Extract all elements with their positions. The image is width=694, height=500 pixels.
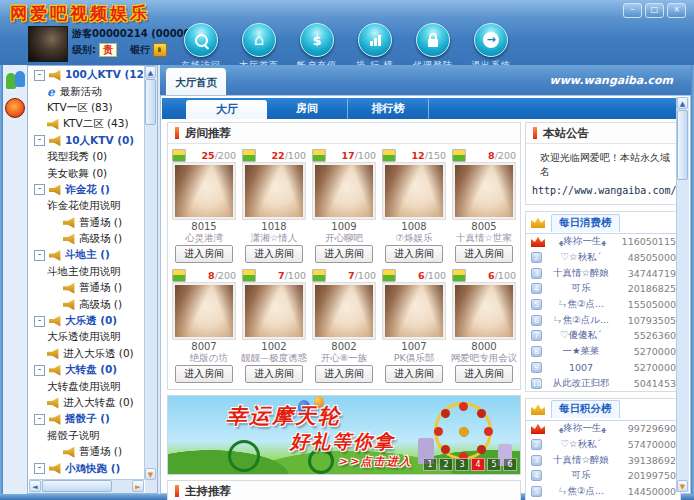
room-card[interactable]: 12/1501008⑦烁娱乐进入房间: [380, 148, 448, 263]
enter-room-button[interactable]: 进入房间: [245, 245, 303, 263]
sidebar-scroll-thumb[interactable]: [145, 79, 156, 125]
tree-expander-icon[interactable]: -: [34, 414, 45, 425]
room-card[interactable]: 6/1001007PK俱乐部进入房间: [380, 268, 448, 383]
tree-expander-icon[interactable]: -: [34, 463, 45, 474]
nav-tab-2[interactable]: 房间: [267, 99, 348, 119]
room-card[interactable]: 25/2008015心灵港湾进入房间: [170, 148, 238, 263]
tree-expander-icon[interactable]: -: [34, 316, 45, 327]
scroll-up-icon[interactable]: ▲: [145, 66, 156, 78]
room-card[interactable]: 8/2008007ゞ绝版の坊进入房间: [170, 268, 238, 383]
tree-item[interactable]: 高级场 (): [29, 231, 144, 247]
room-card[interactable]: 7/1008002开心⑧一族进入房间: [310, 268, 378, 383]
hot-icon[interactable]: [5, 98, 25, 118]
messenger-icon[interactable]: [6, 71, 25, 90]
rank-row[interactable]: 2♡☆秋私ˊ48505000: [526, 250, 680, 266]
tree-item[interactable]: 普通场 (): [29, 215, 144, 231]
scroll-down-icon[interactable]: ▼: [145, 468, 156, 480]
tree-item[interactable]: 摇骰子说明: [29, 428, 144, 444]
tree-item[interactable]: 普通场 (): [29, 280, 144, 296]
tree-expander-icon[interactable]: -: [34, 70, 45, 81]
tree-item[interactable]: -摇骰子 (): [29, 411, 144, 427]
scroll-left-icon[interactable]: ◄: [29, 480, 41, 492]
tree-item[interactable]: KTV一区 (83): [29, 100, 144, 116]
banner-page-3[interactable]: 3: [455, 458, 469, 471]
maximize-button[interactable]: □: [645, 3, 664, 18]
tree-expander-icon[interactable]: -: [34, 135, 45, 146]
rank-row[interactable]: 3十真情☆醉娘39138692: [526, 452, 680, 468]
tree-item[interactable]: 普通场 (): [29, 444, 144, 460]
tree-item[interactable]: -诈金花 (): [29, 182, 144, 198]
enter-room-button[interactable]: 进入房间: [315, 365, 373, 383]
minimize-button[interactable]: –: [623, 3, 642, 18]
nav-tab-3[interactable]: 排行榜: [348, 99, 429, 119]
banner-page-5[interactable]: 5: [487, 458, 501, 471]
enter-room-button[interactable]: 进入房间: [315, 245, 373, 263]
content-vertical-scrollbar[interactable]: ▲ ▼: [676, 97, 689, 492]
daily-points-title[interactable]: 每日积分榜: [551, 400, 620, 418]
banner-cta[interactable]: >>点击进入: [338, 454, 412, 469]
close-button[interactable]: ×: [667, 3, 686, 18]
tree-item[interactable]: 大转盘使用说明: [29, 378, 144, 394]
banner-page-1[interactable]: 1: [423, 458, 437, 471]
tree-item[interactable]: 进入大乐透 (0): [29, 346, 144, 362]
tree-item[interactable]: KTV二区 (43): [29, 116, 144, 132]
rank-row[interactable]: 2♡☆秋私ˊ57470000: [526, 437, 680, 453]
content-scroll-thumb[interactable]: [677, 110, 688, 180]
room-card[interactable]: 7/1001002靓靓—极度诱惑进入房间: [240, 268, 308, 383]
rank-row[interactable]: 4可乐20186825: [526, 281, 680, 297]
tree-expander-icon[interactable]: -: [34, 365, 45, 376]
tree-expander-icon[interactable]: -: [34, 250, 45, 261]
rank-row[interactable]: ﻬ疼祢一生ﻬ116050115: [526, 234, 680, 250]
tree-item[interactable]: 大乐透使用说明: [29, 329, 144, 345]
rank-row[interactable]: 10从此改正归邪5041453: [526, 375, 680, 391]
enter-room-button[interactable]: 进入房间: [385, 365, 443, 383]
tree-item[interactable]: -100人KTV (126): [29, 67, 144, 83]
enter-room-button[interactable]: 进入房间: [245, 365, 303, 383]
enter-room-button[interactable]: 进入房间: [455, 365, 513, 383]
room-card[interactable]: 6/1008000网爱吧专用会议进入房间: [450, 268, 518, 383]
sidebar-vertical-scrollbar[interactable]: ▲ ▼: [144, 66, 157, 480]
rank-row[interactable]: 5ㄣ焦②点...15505000: [526, 297, 680, 313]
rank-row[interactable]: ﻬ疼祢一生ﻬ99729690: [526, 421, 680, 437]
tree-item[interactable]: e最新活动: [29, 83, 144, 99]
enter-room-button[interactable]: 进入房间: [175, 245, 233, 263]
tree-item[interactable]: 高级场 (): [29, 296, 144, 312]
tree-item[interactable]: -10人KTV (0): [29, 133, 144, 149]
tree-item[interactable]: -大乐透 (0): [29, 313, 144, 329]
tree-item[interactable]: 我型我秀 (0): [29, 149, 144, 165]
banner-page-4[interactable]: 4: [471, 458, 485, 471]
tree-item[interactable]: 美女歌舞 (0): [29, 165, 144, 181]
nav-tab-1[interactable]: 大厅: [186, 100, 267, 119]
notice-url[interactable]: http://www.wangaiba.com/: [532, 185, 674, 196]
sidebar-horizontal-scrollbar[interactable]: ◄ ►: [29, 479, 144, 493]
rank-row[interactable]: 3十真情☆醉娘34744719: [526, 265, 680, 281]
daily-consume-title[interactable]: 每日消费榜: [551, 214, 620, 232]
tab-lobby-home[interactable]: 大厅首页: [166, 68, 226, 96]
enter-room-button[interactable]: 进入房间: [385, 245, 443, 263]
bank-link[interactable]: 银行: [130, 43, 167, 57]
tree-item[interactable]: -斗地主 (): [29, 247, 144, 263]
tree-item[interactable]: -大转盘 (0): [29, 362, 144, 378]
scroll-up-icon[interactable]: ▲: [677, 97, 688, 109]
rank-row[interactable]: 7♡傻傻私ˊ5526360: [526, 328, 680, 344]
scroll-down-icon[interactable]: ▼: [677, 480, 688, 492]
tree-item[interactable]: 进入大转盘 (0): [29, 395, 144, 411]
rank-row[interactable]: 5ㄣ焦②点...14450000: [526, 484, 680, 500]
tree-expander-icon[interactable]: -: [34, 184, 45, 195]
banner-page-6[interactable]: 6: [503, 458, 517, 471]
rank-row[interactable]: 6ㄣ焦②点ル...10793505: [526, 312, 680, 328]
enter-room-button[interactable]: 进入房间: [175, 365, 233, 383]
enter-room-button[interactable]: 进入房间: [455, 245, 513, 263]
banner-page-2[interactable]: 2: [439, 458, 453, 471]
scroll-right-icon[interactable]: ►: [132, 480, 144, 492]
tree-item[interactable]: 诈金花使用说明: [29, 198, 144, 214]
room-card[interactable]: 17/1001009开心聊吧进入房间: [310, 148, 378, 263]
sidebar-hscroll-thumb[interactable]: [42, 480, 112, 492]
rank-row[interactable]: 8一★菜菜5270000: [526, 344, 680, 360]
tree-item[interactable]: 斗地主使用说明: [29, 264, 144, 280]
rank-row[interactable]: 910075270000: [526, 360, 680, 376]
tree-item[interactable]: -小鸡快跑 (): [29, 460, 144, 476]
promo-banner[interactable]: 幸运摩天轮 好礼等你拿 >>点击进入 123456: [167, 395, 521, 475]
room-card[interactable]: 22/1001018潇湘☆情人进入房间: [240, 148, 308, 263]
rank-row[interactable]: 4可乐20199750: [526, 468, 680, 484]
